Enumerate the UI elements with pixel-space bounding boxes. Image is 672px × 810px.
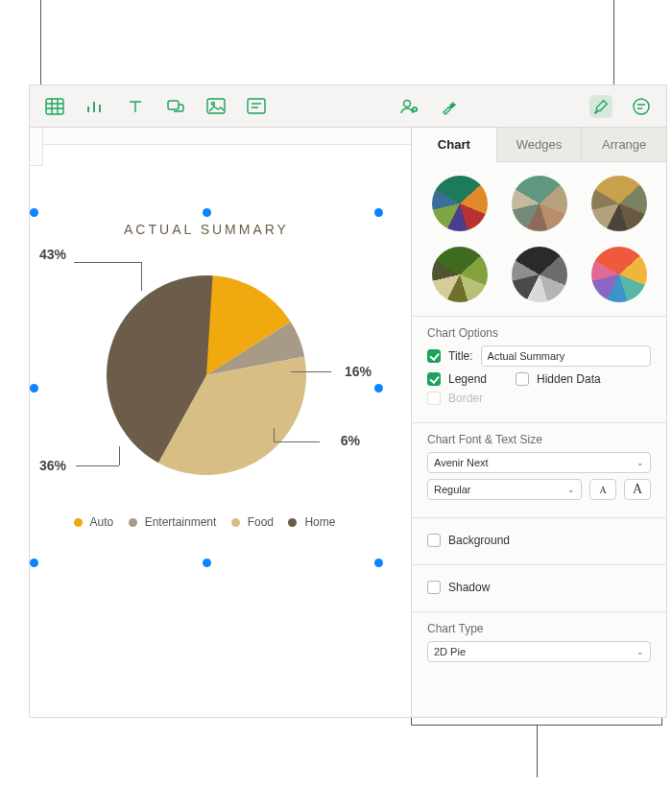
svg-point-5 <box>403 100 410 107</box>
wedge-label-ent: 6% <box>341 433 360 448</box>
selection-handle[interactable] <box>374 559 383 567</box>
legend-item-auto: Auto <box>74 515 118 529</box>
label-hidden-data: Hidden Data <box>537 372 601 386</box>
selection-handle[interactable] <box>203 208 211 217</box>
label-border: Border <box>448 392 483 405</box>
wrench-icon[interactable] <box>438 95 461 118</box>
leader-line <box>291 371 331 372</box>
legend-item-home: Home <box>288 515 339 529</box>
toolbar <box>30 85 666 128</box>
chart-type-select[interactable]: 2D Pie⌄ <box>427 641 651 662</box>
media-icon[interactable] <box>204 95 228 118</box>
svg-rect-4 <box>248 99 265 113</box>
chevron-down-icon: ⌄ <box>636 647 644 656</box>
comment-icon[interactable] <box>245 95 268 118</box>
title-input[interactable] <box>481 345 651 367</box>
chart-style-preset-6[interactable] <box>591 247 647 302</box>
callout-line-format-button <box>613 0 614 84</box>
chart-style-preset-5[interactable] <box>512 247 567 302</box>
font-weight-select[interactable]: Regular⌄ <box>427 479 582 500</box>
label-shadow: Shadow <box>448 581 490 594</box>
col-header-stub <box>43 128 411 145</box>
label-title: Title: <box>448 349 473 363</box>
leader-line <box>119 446 120 465</box>
organize-icon[interactable] <box>630 95 653 118</box>
tab-chart[interactable]: Chart <box>412 128 496 162</box>
section-title: Chart Font & Text Size <box>427 433 651 446</box>
checkbox-legend[interactable] <box>427 372 441 386</box>
tab-wedges[interactable]: Wedges <box>496 128 582 162</box>
format-paintbrush-icon[interactable] <box>589 95 612 118</box>
text-icon[interactable] <box>124 95 147 118</box>
font-size-decrease[interactable]: A <box>589 479 616 500</box>
chart-style-preset-1[interactable] <box>432 176 488 231</box>
selection-handle[interactable] <box>30 208 38 217</box>
chevron-down-icon: ⌄ <box>567 485 575 494</box>
wedge-label-food: 36% <box>39 458 66 473</box>
row-header-stub <box>30 128 43 166</box>
checkbox-title[interactable] <box>427 349 441 363</box>
leader-line <box>74 262 141 263</box>
chart-legend[interactable]: Auto Entertainment Food Home <box>34 515 379 530</box>
section-title: Chart Type <box>427 622 651 635</box>
label-legend: Legend <box>448 372 508 386</box>
section-shadow: Shadow <box>412 565 666 612</box>
app-window: ACTUAL SUMMARY 43% 16% 6% <box>29 84 667 718</box>
callout-line-selection <box>40 0 41 84</box>
checkbox-background[interactable] <box>427 534 441 547</box>
chart-style-presets <box>412 162 666 317</box>
chart-style-preset-2[interactable] <box>512 176 567 231</box>
selection-handle[interactable] <box>30 384 38 393</box>
checkbox-border <box>427 392 441 405</box>
selection-handle[interactable] <box>203 559 211 567</box>
shape-icon[interactable] <box>164 95 187 118</box>
pie-chart[interactable] <box>101 270 312 481</box>
wedge-label-auto: 16% <box>345 364 372 379</box>
leader-line <box>274 441 320 442</box>
chart-selection-box[interactable]: ACTUAL SUMMARY 43% 16% 6% <box>34 212 379 563</box>
svg-point-3 <box>212 103 215 106</box>
canvas[interactable]: ACTUAL SUMMARY 43% 16% 6% <box>30 128 411 717</box>
section-background: Background <box>412 518 666 565</box>
section-chart-type: Chart Type 2D Pie⌄ <box>412 612 666 679</box>
legend-item-ent: Entertainment <box>129 515 221 529</box>
checkbox-hidden-data[interactable] <box>516 372 529 386</box>
leader-line <box>141 262 142 291</box>
wedge-label-home: 43% <box>39 247 66 262</box>
svg-rect-0 <box>46 99 63 114</box>
checkbox-shadow[interactable] <box>427 581 441 594</box>
leader-line <box>76 465 119 466</box>
chevron-down-icon: ⌄ <box>636 458 644 467</box>
collaborate-icon[interactable] <box>397 95 420 118</box>
chart-style-preset-4[interactable] <box>432 247 488 302</box>
chart-style-preset-3[interactable] <box>591 176 647 231</box>
format-sidebar: Chart Wedges Arrange Chart Options Title… <box>411 128 666 717</box>
legend-item-food: Food <box>231 515 277 529</box>
tab-arrange[interactable]: Arrange <box>581 128 666 162</box>
table-icon[interactable] <box>43 95 66 118</box>
leader-line <box>274 428 275 441</box>
font-size-increase[interactable]: A <box>624 479 651 500</box>
section-font: Chart Font & Text Size Avenir Next⌄ Regu… <box>412 423 666 518</box>
selection-handle[interactable] <box>30 559 38 567</box>
section-chart-options: Chart Options Title: Legend Hidden Data <box>412 317 666 423</box>
sidebar-tabs: Chart Wedges Arrange <box>412 128 666 162</box>
svg-point-7 <box>634 99 649 114</box>
chart-title[interactable]: ACTUAL SUMMARY <box>34 222 379 237</box>
selection-handle[interactable] <box>374 384 383 393</box>
font-family-select[interactable]: Avenir Next⌄ <box>427 452 651 473</box>
callout-bracket-sidebar <box>411 725 662 777</box>
selection-handle[interactable] <box>374 208 383 217</box>
svg-rect-1 <box>168 101 179 109</box>
label-background: Background <box>448 534 510 547</box>
chart-icon[interactable] <box>84 95 107 118</box>
section-title: Chart Options <box>427 326 651 340</box>
